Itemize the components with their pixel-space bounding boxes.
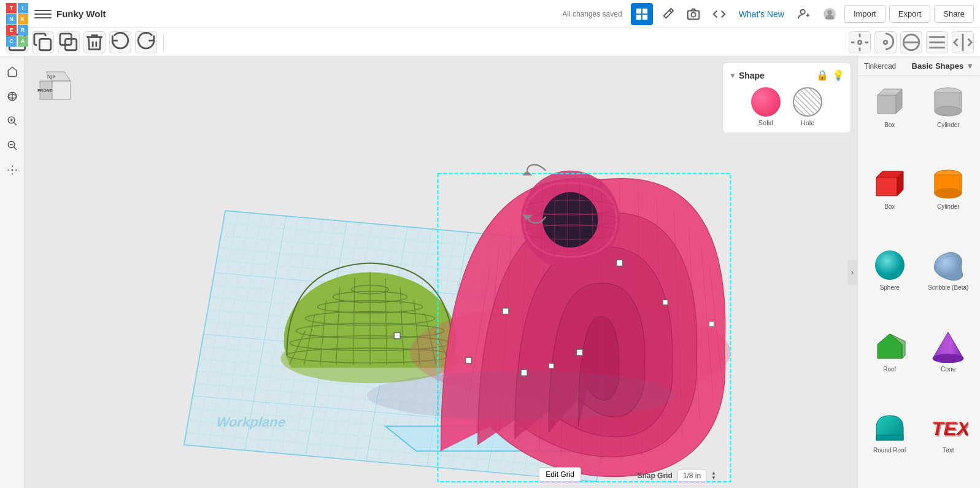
- panel-icons: 🔒 💡: [816, 69, 844, 81]
- hamburger-menu[interactable]: [34, 6, 52, 23]
- whats-new-link[interactable]: What's New: [734, 7, 789, 21]
- view-cube[interactable]: TOP FRONT: [34, 66, 77, 109]
- svg-rect-88: [663, 300, 668, 305]
- svg-rect-94: [394, 333, 400, 339]
- svg-point-8: [827, 10, 831, 14]
- snap-grid-value: 1/8 in: [677, 470, 706, 482]
- lock-icon[interactable]: 🔒: [816, 69, 828, 81]
- cone-thumb: [927, 328, 970, 365]
- svg-point-105: [935, 106, 962, 116]
- shape-item-cylinder[interactable]: Cylinder: [922, 163, 976, 239]
- viewport[interactable]: TOP FRONT: [25, 56, 857, 488]
- svg-marker-101: [878, 95, 896, 114]
- align-view-btn[interactable]: [874, 31, 897, 53]
- save-status: All changes saved: [562, 10, 622, 18]
- align-btn[interactable]: [926, 31, 948, 53]
- shape-item-roundroof[interactable]: Round Roof: [863, 406, 917, 483]
- shapes-grid: Box Cylinder: [858, 76, 980, 488]
- import-btn[interactable]: Import: [844, 5, 885, 23]
- export-btn[interactable]: Export: [889, 5, 931, 23]
- shape-item-sphere[interactable]: Sphere: [863, 244, 917, 320]
- box-thumb: [868, 165, 911, 202]
- collapse-panel-btn[interactable]: ›: [847, 260, 857, 285]
- scribble-thumb: [927, 246, 970, 283]
- shape-item-roof[interactable]: Roof: [863, 325, 917, 402]
- shape-item-scribble[interactable]: Scribble (Beta): [922, 244, 976, 320]
- solid-option[interactable]: Solid: [751, 87, 781, 126]
- svg-rect-0: [636, 8, 641, 13]
- duplicate-btn[interactable]: [58, 31, 80, 53]
- snap-grid-label: Snap Grid: [637, 471, 672, 480]
- svg-point-6: [800, 9, 804, 14]
- svg-line-25: [14, 122, 17, 125]
- grid-view-btn[interactable]: [631, 3, 653, 25]
- grid-btn[interactable]: [900, 31, 922, 53]
- scribble-label: Scribble (Beta): [928, 284, 968, 291]
- shape-panel-title: Shape: [739, 71, 765, 80]
- text3d-label: Text: [943, 447, 954, 454]
- workplane-text: Workplane: [215, 414, 288, 430]
- svg-marker-34: [52, 81, 71, 99]
- edit-grid-btn[interactable]: Edit Grid: [539, 467, 581, 482]
- box-wire-thumb: [868, 83, 911, 120]
- svg-rect-2: [636, 14, 641, 19]
- right-panel: Tinkercad Basic Shapes ▼ Box: [857, 56, 980, 488]
- shape-item-box[interactable]: Box: [863, 163, 917, 239]
- roof-label: Roof: [883, 366, 896, 373]
- copy-btn[interactable]: [32, 31, 54, 53]
- solid-circle: [751, 87, 781, 117]
- svg-point-114: [875, 250, 905, 280]
- toolbar-right: [849, 31, 974, 53]
- add-user-btn[interactable]: [793, 3, 815, 25]
- text3d-thumb: TEXT TEXT: [927, 409, 970, 446]
- redo-btn[interactable]: [135, 31, 157, 53]
- left-panel: [0, 56, 25, 488]
- toolbar: [0, 28, 980, 56]
- shape-item-cylinder-wire[interactable]: Cylinder: [922, 81, 976, 158]
- undo-btn[interactable]: [109, 31, 131, 53]
- panel-category-dropdown[interactable]: Basic Shapes ▼: [912, 61, 974, 71]
- panel-source: Tinkercad: [864, 62, 896, 71]
- camera-btn[interactable]: [682, 3, 704, 25]
- code-btn[interactable]: [708, 3, 730, 25]
- mirror-btn[interactable]: [952, 31, 974, 53]
- right-panel-header: Tinkercad Basic Shapes ▼: [858, 56, 980, 76]
- svg-marker-107: [876, 177, 897, 196]
- solid-label: Solid: [758, 119, 773, 126]
- orbit-btn[interactable]: [3, 87, 21, 106]
- cylinder-label: Cylinder: [937, 203, 960, 210]
- svg-line-29: [14, 147, 17, 150]
- zoom-in-btn[interactable]: [3, 112, 21, 130]
- toolbar-separator: [163, 34, 164, 51]
- svg-rect-95: [503, 308, 509, 314]
- home-btn[interactable]: [3, 63, 21, 81]
- shape-item-text3d[interactable]: TEXT TEXT Text: [922, 406, 976, 483]
- roundroof-thumb: [868, 409, 911, 446]
- shape-panel: ▼ Shape 🔒 💡 Solid Hole: [722, 63, 851, 133]
- tinkercad-logo[interactable]: TI NK ER CA: [6, 3, 28, 25]
- svg-rect-96: [617, 260, 623, 266]
- hole-option[interactable]: Hole: [793, 87, 822, 126]
- snap-btn[interactable]: [849, 31, 871, 53]
- cylinder-wire-label: Cylinder: [937, 122, 960, 128]
- share-btn[interactable]: Share: [934, 5, 974, 23]
- hammer-view-btn[interactable]: [657, 3, 679, 25]
- dropdown-arrow: ▼: [966, 61, 974, 71]
- hole-circle: [793, 87, 822, 117]
- shape-item-box-wire[interactable]: Box: [863, 81, 917, 158]
- zoom-out-btn[interactable]: [3, 136, 21, 155]
- shape-panel-dropdown[interactable]: ▼ Shape: [729, 71, 765, 80]
- fit-view-btn[interactable]: [3, 161, 21, 179]
- snap-grid-up[interactable]: ▲ ▼: [711, 471, 716, 481]
- shape-item-cone[interactable]: Cone: [922, 325, 976, 402]
- lightbulb-icon[interactable]: 💡: [832, 69, 844, 81]
- user-avatar[interactable]: [819, 3, 841, 25]
- svg-point-13: [858, 41, 862, 44]
- svg-point-14: [884, 41, 887, 44]
- delete-btn[interactable]: [83, 31, 106, 53]
- cylinder-wire-thumb: [927, 83, 970, 120]
- svg-rect-120: [876, 435, 903, 440]
- cone-label: Cone: [941, 366, 955, 373]
- cylinder-thumb: [927, 165, 970, 202]
- svg-point-5: [691, 12, 695, 17]
